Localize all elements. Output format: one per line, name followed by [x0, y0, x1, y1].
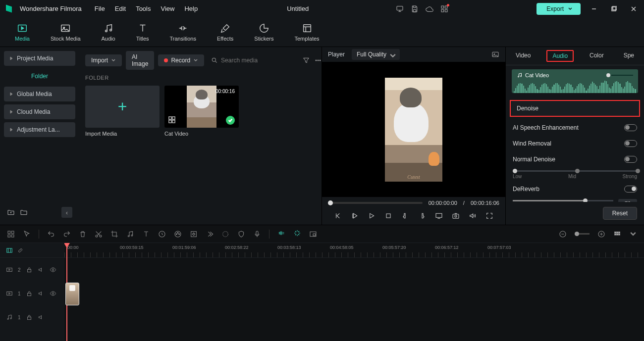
stop-icon[interactable]	[384, 212, 392, 220]
maximize-button[interactable]	[610, 5, 617, 12]
mute-icon[interactable]	[38, 314, 45, 321]
minimize-button[interactable]	[590, 5, 597, 12]
monitor-icon[interactable]	[396, 5, 404, 13]
tl-shield-icon[interactable]	[237, 230, 245, 238]
menu-file[interactable]: File	[93, 4, 107, 13]
tl-speed-icon[interactable]	[158, 230, 166, 238]
tl-crop-icon[interactable]	[110, 230, 118, 238]
apps-icon[interactable]	[440, 5, 448, 13]
tab-stock-media[interactable]: Stock Media	[51, 23, 81, 42]
tab-titles[interactable]: Titles	[136, 23, 149, 42]
tl-view-icon[interactable]	[613, 230, 621, 238]
tl-more-icon[interactable]	[206, 230, 214, 238]
tl-mic-icon[interactable]	[253, 230, 261, 238]
mute-icon[interactable]	[38, 266, 45, 273]
quality-select[interactable]: Full Quality	[352, 49, 400, 60]
track-video-2[interactable]: 2	[0, 258, 64, 282]
section-denoise[interactable]: Denoise	[510, 100, 640, 117]
menu-tools[interactable]: Tools	[134, 4, 153, 13]
sidebar-adjustment-layers[interactable]: Adjustment La...	[4, 122, 75, 137]
eye-icon[interactable]	[50, 290, 56, 297]
search-input[interactable]	[221, 57, 295, 64]
tl-cut-icon[interactable]	[95, 230, 103, 238]
save-icon[interactable]	[411, 5, 419, 13]
timeline-canvas[interactable]: 00:0000:00:59:1500:01:59:0600:02:58:2200…	[64, 243, 644, 341]
sidebar-folder[interactable]: Folder	[4, 69, 75, 84]
tl-pointer-icon[interactable]	[23, 230, 31, 238]
cloud-icon[interactable]	[426, 5, 433, 13]
prop-tab-video[interactable]: Video	[512, 50, 535, 62]
tl-view-dropdown-icon[interactable]	[629, 230, 637, 238]
tl-redo-icon[interactable]	[63, 230, 71, 238]
prop-tab-audio[interactable]: Audio	[546, 50, 574, 62]
more-icon[interactable]	[314, 56, 322, 64]
normal-denoise-slider[interactable]	[513, 170, 637, 172]
filter-icon[interactable]	[302, 56, 310, 64]
track-link-icon[interactable]	[17, 247, 24, 254]
mute-icon[interactable]	[38, 290, 45, 297]
media-clip-cat-video[interactable]: 00:00:16 Cat Video	[164, 86, 239, 137]
lock-icon[interactable]	[26, 266, 33, 273]
dereverb-toggle[interactable]	[624, 186, 637, 193]
prop-tab-speed[interactable]: Spe	[620, 50, 638, 62]
tl-music-icon[interactable]	[126, 230, 134, 238]
video-preview[interactable]: Cutest	[385, 78, 442, 182]
import-media-tile[interactable]: + Import Media	[85, 86, 160, 137]
tab-transitions[interactable]: Transitions	[170, 23, 196, 42]
tl-grid-icon[interactable]	[7, 230, 15, 238]
seek-bar[interactable]	[328, 202, 423, 204]
snapshot-gallery-icon[interactable]	[491, 50, 499, 58]
tl-zoom-in-icon[interactable]	[597, 230, 605, 238]
prev-frame-icon[interactable]	[334, 212, 342, 220]
menu-help[interactable]: Help	[182, 4, 200, 13]
step-back-icon[interactable]	[351, 212, 359, 220]
track-audio-1[interactable]: 1	[0, 305, 64, 329]
tab-templates[interactable]: Templates	[294, 23, 319, 42]
tab-effects[interactable]: Effects	[217, 23, 233, 42]
tl-zoom-out-icon[interactable]	[559, 230, 567, 238]
lock-icon[interactable]	[26, 314, 33, 321]
ai-image-button[interactable]: AI Image	[126, 51, 154, 70]
audio-waveform[interactable]: Cat Video	[512, 69, 638, 93]
tl-picture-icon[interactable]	[309, 230, 317, 238]
menu-edit[interactable]: Edit	[113, 4, 128, 13]
mark-in-icon[interactable]	[401, 212, 409, 220]
tab-media[interactable]: Media	[15, 23, 30, 42]
tl-text-icon[interactable]	[142, 230, 150, 238]
close-button[interactable]	[630, 5, 637, 12]
tl-color-icon[interactable]	[174, 230, 182, 238]
tl-delete-icon[interactable]	[79, 230, 87, 238]
tl-keyframe-icon[interactable]	[190, 230, 198, 238]
sidebar-global-media[interactable]: Global Media	[4, 87, 75, 101]
tl-undo-icon[interactable]	[47, 230, 55, 238]
clip-grid-icon[interactable]	[168, 116, 175, 125]
reset-button[interactable]: Reset	[603, 207, 637, 220]
snapshot-icon[interactable]	[452, 212, 460, 220]
tab-stickers[interactable]: Stickers	[254, 23, 273, 42]
normal-denoise-toggle[interactable]	[624, 156, 637, 163]
ai-speech-toggle[interactable]	[624, 124, 637, 131]
volume-icon[interactable]	[469, 212, 477, 220]
sort-icon[interactable]	[20, 208, 28, 216]
menu-view[interactable]: View	[159, 4, 176, 13]
wind-removal-toggle[interactable]	[624, 140, 637, 147]
mark-out-icon[interactable]	[418, 212, 426, 220]
record-button[interactable]: Record	[158, 54, 204, 66]
sidebar-cloud-media[interactable]: Cloud Media	[4, 104, 75, 119]
track-video-1[interactable]: 1	[0, 282, 64, 305]
new-folder-icon[interactable]	[7, 208, 15, 216]
display-icon[interactable]	[435, 212, 443, 220]
sidebar-project-media[interactable]: Project Media	[4, 51, 75, 66]
track-settings-icon[interactable]	[6, 247, 13, 254]
tab-audio[interactable]: Audio	[102, 23, 115, 42]
import-button[interactable]: Import	[85, 54, 122, 66]
tl-marker-icon[interactable]	[221, 230, 229, 238]
timeline-clip[interactable]	[65, 283, 79, 305]
export-button[interactable]: Export	[537, 3, 581, 15]
tl-audio-mix-icon[interactable]	[277, 229, 285, 237]
eye-icon[interactable]	[50, 266, 56, 273]
play-icon[interactable]	[368, 212, 376, 220]
prop-tab-color[interactable]: Color	[586, 50, 608, 62]
fullscreen-icon[interactable]	[485, 212, 493, 220]
collapse-sidebar-button[interactable]: ‹	[61, 207, 72, 218]
